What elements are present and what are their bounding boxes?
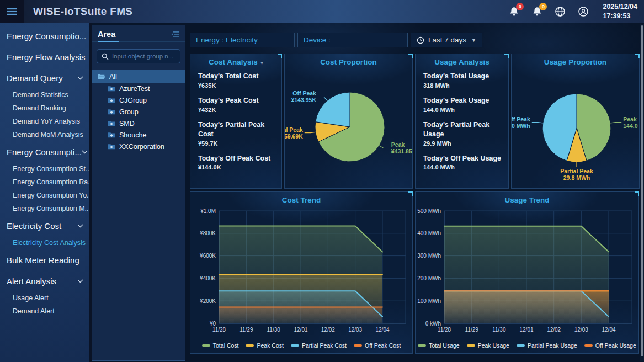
legend-item-partial-peak-usage[interactable]: Partial Peak Usage [517,342,577,349]
folder-plus-icon [108,143,115,150]
usage-trend-card: Usage Trend 0 kWh100 MWh200 MWh300 MWh40… [415,191,639,354]
dashboard-main: Energy : Electricity Device : Last 7 day… [188,23,644,362]
sidebar-subitem-energy-consumption-ra-[interactable]: Energy Consumption Ra... [0,175,89,189]
stat-item: Today's Peak Cost¥432K [198,96,278,113]
top-bar: WISE-IoTSuite FMS 0 0 [0,0,644,23]
panel-collapse-button[interactable] [171,31,179,38]
alarm-bell-button[interactable]: 0 [508,6,520,18]
legend-color-chip [467,344,475,347]
search-input[interactable] [112,53,175,60]
clock-icon [417,36,424,44]
sidebar-subitem-energy-consumption-m-[interactable]: Energy Consumption M... [0,202,89,215]
stat-value: 29.9 MWh [423,140,505,147]
folder-plus-icon [108,109,115,115]
globe-icon [555,6,566,17]
notification-bell-button[interactable]: 0 [531,6,543,18]
date-range-filter[interactable]: Last 7 days ▼ [411,33,482,47]
usage-trend-title: Usage Trend [504,196,549,204]
legend-label: Total Usage [429,342,459,349]
language-button[interactable] [554,6,566,18]
sidebar-subitem-demand-statistics[interactable]: Demand Statistics [0,88,89,102]
y-axis-tick-label: 100 MWh [417,298,441,304]
usage-proportion-pie-chart: Peak144.0 MWhPartial Peak29.8 MWhOff Pea… [512,66,639,183]
tree-node-all[interactable]: All [92,70,185,83]
area-tree: AllAzureTestCJGroupGroupSMDShoucheXXCorp… [92,70,185,152]
pie-label: Partial Peak¥59.69K [285,126,303,140]
sidebar-item-label: Energy Flow Analysis [7,52,86,62]
usage-trend-legend: Total UsagePeak UsagePartial Peak UsageO… [416,340,638,351]
sidebar-item-alert-analysis[interactable]: Alert Analysis [0,270,89,291]
filter-bar: Energy : Electricity Device : Last 7 day… [190,33,640,47]
stat-item: Today's Total Cost¥635K [198,72,278,89]
energy-filter-label: Energy : Electricity [196,36,258,44]
cost-trend-title: Cost Trend [282,196,321,204]
sidebar-item-energy-consumptio-[interactable]: Energy Consumptio... [0,25,89,46]
sidebar-subitem-energy-consumption-yo-[interactable]: Energy Consumption Yo... [0,189,89,202]
pie-label: Off Peak144.0 MWh [512,116,530,129]
sidebar-item-energy-consumpti-[interactable]: Energy Consumpti... [0,141,89,162]
device-filter[interactable]: Device : [297,33,408,47]
sidebar-item-demand-query[interactable]: Demand Query [0,67,89,88]
chevron-down-icon [77,76,83,80]
hamburger-menu-button[interactable] [0,0,24,23]
cost-trend-line-chart: ¥0¥200K¥400K¥600K¥800K¥1.0M11/2811/2911/… [190,204,412,337]
sidebar-subitem-energy-consumption-st-[interactable]: Energy Consumption St... [0,162,89,175]
sidebar-nav: Energy Consumptio...Energy Flow Analysis… [0,23,92,362]
legend-color-chip [354,344,362,347]
y-axis-tick-label: ¥200K [199,298,216,304]
tree-node-group[interactable]: Group [92,106,185,118]
folder-plus-icon [108,132,115,138]
pie-label-line [305,132,316,132]
energy-filter[interactable]: Energy : Electricity [190,33,295,47]
sidebar-item-label: Energy Consumptio... [7,31,86,41]
card-dropdown-icon[interactable]: ▾ [260,60,263,66]
sidebar-subitem-electricity-cost-analysis[interactable]: Electricity Cost Analysis [0,236,89,249]
sidebar-subitem-demand-mom-analysis[interactable]: Demand MoM Analysis [0,128,89,141]
y-axis-tick-label: ¥400K [199,275,216,281]
legend-item-peak-usage[interactable]: Peak Usage [467,342,509,349]
pie-slice-off-peak[interactable] [316,92,350,127]
tree-node-label: All [109,73,117,81]
stat-value: 144.0 MWh [423,164,505,171]
time-text: 17:39:53 [603,12,637,21]
tree-node-label: SMD [119,120,135,127]
tree-node-smd[interactable]: SMD [92,118,185,129]
legend-item-total-usage[interactable]: Total Usage [418,342,459,349]
sidebar-subitem-demand-alert[interactable]: Demand Alert [0,305,89,318]
x-axis-tick-label: 12/02 [547,327,561,333]
tree-node-shouche[interactable]: Shouche [92,129,185,141]
stat-label: Today's Off Peak Cost [198,154,278,163]
legend-item-peak-cost[interactable]: Peak Cost [246,342,283,349]
cost-analysis-stats: Today's Total Cost¥635KToday's Peak Cost… [190,66,281,171]
legend-item-off-peak-cost[interactable]: Off Peak Cost [354,342,401,349]
app-title: WISE-IoTSuite FMS [33,6,132,18]
sidebar-item-bulk-meter-reading[interactable]: Bulk Meter Reading [0,249,89,270]
tree-node-cjgroup[interactable]: CJGroup [92,94,185,106]
account-button[interactable] [577,6,589,18]
usage-trend-line-chart: 0 kWh100 MWh200 MWh300 MWh400 MWh500 MWh… [416,204,638,337]
area-fill-off-peak-cost [219,307,382,323]
vertical-scrollbar[interactable] [640,24,644,361]
stat-value: ¥635K [198,82,278,89]
card-corner-accent [408,54,413,58]
cost-proportion-card: Cost Proportion Peak¥431.85KPartial Peak… [284,54,413,189]
tree-node-xxcorporation[interactable]: XXCorporation [92,141,185,152]
legend-label: Total Cost [213,342,239,349]
sidebar-item-electricity-cost[interactable]: Electricity Cost [0,215,89,236]
sidebar-subitem-demand-ranking[interactable]: Demand Ranking [0,102,89,115]
y-axis-tick-label: ¥0 [209,321,216,327]
scrollbar-thumb[interactable] [641,25,643,356]
legend-item-total-cost[interactable]: Total Cost [202,342,239,349]
x-axis-tick-label: 12/02 [321,327,335,333]
legend-item-off-peak-usage[interactable]: Off Peak Usage [584,342,636,349]
folder-plus-icon [108,97,115,103]
legend-item-partial-peak-cost[interactable]: Partial Peak Cost [291,342,347,349]
tree-node-azuretest[interactable]: AzureTest [92,83,185,94]
y-axis-tick-label: 0 kWh [425,321,441,327]
sidebar-subitem-usage-alert[interactable]: Usage Alert [0,291,89,305]
sidebar-subitem-demand-yoy-analysis[interactable]: Demand YoY Analysis [0,115,89,128]
summary-cards-row: Cost Analysis▾ Today's Total Cost¥635KTo… [190,54,640,189]
sidebar-item-energy-flow-analysis[interactable]: Energy Flow Analysis [0,46,89,67]
tree-node-label: Group [119,108,139,116]
stat-label: Today's Total Cost [198,72,278,81]
